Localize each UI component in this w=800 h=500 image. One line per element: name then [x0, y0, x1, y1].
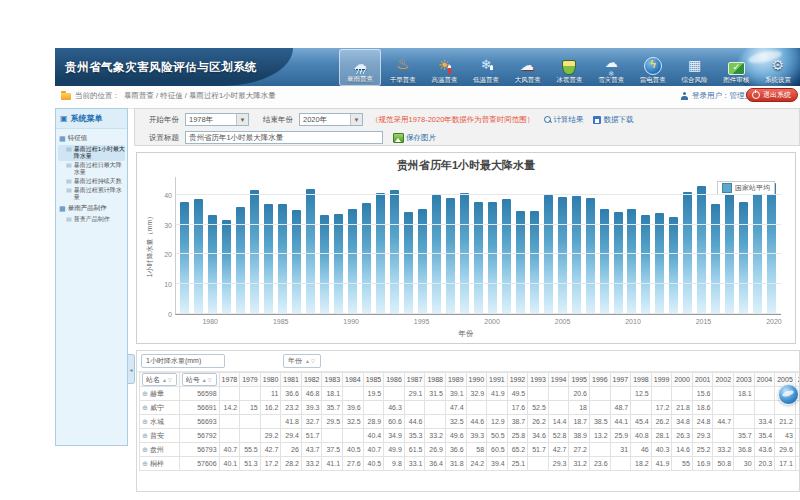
value-cell: 33.4 [754, 415, 775, 429]
expand-row-icon[interactable]: ⊕ [142, 460, 148, 467]
year-header: 2006 [795, 373, 800, 387]
nav-item-cold[interactable]: 低温普查 [466, 51, 506, 86]
measure-selector[interactable]: 1小时降水量(mm) [141, 354, 225, 368]
value-cell: 58 [466, 443, 487, 457]
value-cell: 36.8 [734, 443, 755, 457]
sidebar-item[interactable]: ▤普查产品制作 [58, 215, 125, 224]
save-image-button[interactable]: 保存图片 [393, 133, 436, 143]
value-cell: 42.7 [548, 443, 569, 457]
value-cell [713, 429, 734, 443]
value-cell: 28.9 [363, 415, 384, 429]
station-name-header[interactable]: 站名▲▽ [140, 373, 180, 387]
bar-2012 [655, 213, 664, 314]
bar-1994 [404, 212, 413, 314]
breadcrumb-location-label: 当前的位置： [75, 91, 120, 101]
value-cell: 35.7 [322, 401, 343, 415]
nav-item-label: 高温普查 [431, 76, 457, 85]
toolbar: 开始年份 1978年 ▼ 结束年份 2020年 ▼ （规范采用1978-2020… [134, 108, 800, 146]
value-cell: 28.2 [281, 457, 302, 471]
value-cell: 40.5 [363, 457, 384, 471]
bar-1995 [418, 209, 427, 314]
x-tick-label: 2015 [696, 318, 712, 325]
chevron-down-icon: ▼ [236, 114, 248, 125]
app-shell: 贵州省气象灾害风险评估与区划系统 暴雨普查干旱普查高温普查低温普查大风普查冰雹普… [55, 10, 800, 492]
content-area: 开始年份 1978年 ▼ 结束年份 2020年 ▼ （规范采用1978-2020… [134, 108, 800, 492]
chart-title: 贵州省历年1小时最大降水量 [137, 158, 795, 173]
floating-widget-badge[interactable] [778, 384, 799, 405]
year-header: 1999 [651, 373, 672, 387]
bar-1999 [474, 202, 483, 314]
nav-item-map-review[interactable]: 图件审核 [716, 51, 756, 86]
gridline [176, 313, 781, 314]
sidebar: ▣ 系统菜单 ▦特征值▤暴雨过程1小时最大降水量▤暴雨过程日最大降水量▤暴雨过程… [55, 108, 128, 446]
start-year-select[interactable]: 1978年 ▼ [185, 113, 249, 126]
value-cell: 33.1 [404, 457, 425, 471]
value-cell: 40.8 [631, 429, 652, 443]
nav-item-wind[interactable]: 大风普查 [508, 51, 548, 86]
calc-result-button[interactable]: 计算结果 [544, 115, 583, 125]
nav-item-drought[interactable]: 干旱普查 [383, 51, 423, 86]
value-cell: 42.7 [260, 443, 281, 457]
bar-2007 [586, 198, 595, 314]
station-id-header[interactable]: 站号▲▽ [179, 373, 219, 387]
year-header: 1988 [425, 373, 446, 387]
table-row: ⊕赫章565981136.646.818.119.529.131.539.132… [140, 387, 800, 401]
value-cell [610, 387, 631, 401]
nav-item-label: 暴雨普查 [347, 75, 373, 84]
end-year-select[interactable]: 2020年 ▼ [299, 113, 363, 126]
value-cell: 32.5 [445, 415, 466, 429]
nav-item-composite[interactable]: 综合风险 [675, 51, 715, 86]
expand-row-icon[interactable]: ⊕ [142, 404, 148, 411]
bar-1988 [320, 215, 329, 314]
sidebar-item[interactable]: ▤暴雨过程1小时最大降水量 [58, 145, 125, 161]
bar-2008 [600, 209, 609, 314]
logout-button[interactable]: 退出系统 [746, 88, 798, 102]
data-download-button[interactable]: 数据下载 [593, 115, 633, 125]
year-header: 1998 [631, 373, 652, 387]
value-cell: 14.2 [219, 401, 240, 415]
expand-row-icon[interactable]: ⊕ [142, 432, 148, 439]
year-header: 1991 [487, 373, 508, 387]
expand-row-icon[interactable]: ⊕ [142, 446, 148, 453]
sidebar-item[interactable]: ▤暴雨过程持续天数 [58, 177, 125, 186]
year-header: 1997 [610, 373, 631, 387]
set-title-label: 设置标题 [149, 133, 179, 143]
bar-series [176, 177, 781, 314]
sidebar-item[interactable]: ▤暴雨过程累计降水量 [58, 186, 125, 202]
value-cell: 9.8 [384, 457, 405, 471]
expand-row-icon[interactable]: ⊕ [142, 390, 148, 397]
value-cell: 39.4 [487, 457, 508, 471]
nav-item-label: 综合风险 [682, 76, 708, 85]
sidebar-item[interactable]: ▤暴雨过程日最大降水量 [58, 161, 125, 177]
value-cell: 26.3 [672, 429, 693, 443]
value-cell: 21.8 [672, 401, 693, 415]
sidebar-group[interactable]: ▦暴雨产品制作 [58, 202, 125, 215]
value-cell: 26.2 [528, 415, 549, 429]
bar-1987 [306, 189, 315, 314]
expand-row-icon[interactable]: ⊕ [142, 418, 148, 425]
bar-2015 [697, 186, 706, 314]
value-cell [754, 401, 775, 415]
value-cell: 17.2 [260, 457, 281, 471]
y-tick-label: 30 [164, 222, 172, 229]
nav-item-snow[interactable]: 雪灾普查 [591, 51, 631, 86]
nav-item-rainstorm[interactable]: 暴雨普查 [339, 49, 381, 86]
power-icon [752, 91, 760, 99]
sidebar-group[interactable]: ▦特征值 [58, 132, 125, 145]
nav-item-heat[interactable]: 高温普查 [424, 51, 464, 86]
nav-item-lightning[interactable]: 雷电普查 [633, 51, 673, 86]
station-name: 威宁 [150, 404, 164, 411]
hail-icon [562, 60, 576, 75]
legend-swatch [722, 183, 732, 193]
nav-item-settings[interactable]: 系统设置 [758, 51, 798, 86]
year-header: 1986 [384, 373, 405, 387]
value-cell: 30 [734, 457, 755, 471]
value-cell: 18 [569, 401, 590, 415]
sidebar-title: ▣ 系统菜单 [56, 109, 127, 129]
nav-item-label: 干旱普查 [390, 76, 416, 85]
year-group-header[interactable]: 年份 ▲▽ [283, 354, 321, 368]
top-banner: 贵州省气象灾害风险评估与区划系统 暴雨普查干旱普查高温普查低温普查大风普查冰雹普… [55, 48, 800, 86]
station-name-cell: ⊕威宁 [140, 401, 180, 415]
nav-item-hail[interactable]: 冰雹普查 [549, 51, 589, 86]
chart-title-input[interactable]: 贵州省历年1小时最大降水量 [185, 131, 383, 144]
